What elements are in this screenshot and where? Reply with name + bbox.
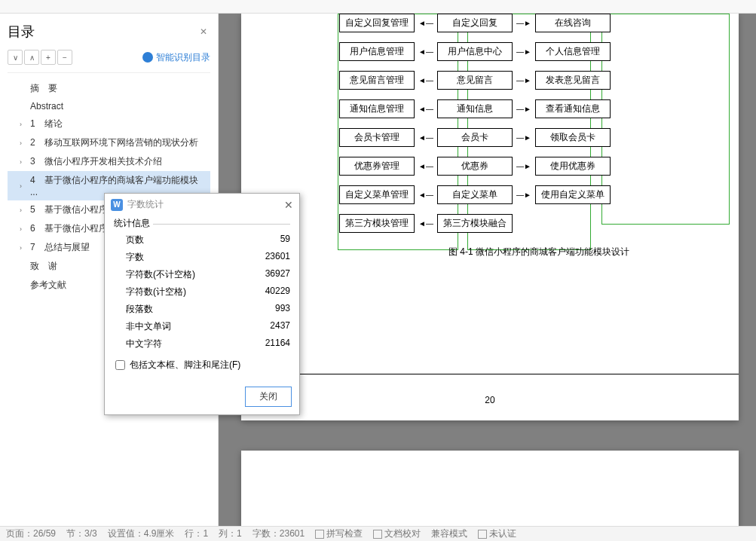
chevron-right-icon: ›: [20, 244, 26, 252]
plus-icon[interactable]: +: [41, 50, 56, 65]
stat-value: 59: [280, 234, 290, 246]
toc-item[interactable]: 摘 要: [8, 79, 210, 98]
checkbox-input[interactable]: [115, 360, 125, 370]
diagram-row: 会员卡管理◄—会员卡—►领取会员卡: [339, 128, 739, 146]
diagram-box-left: 意见留言管理: [339, 71, 415, 90]
status-row[interactable]: 行：1: [185, 527, 208, 540]
diagram-row: 通知信息管理◄—通知信息—►查看通知信息: [339, 99, 739, 118]
diagram-row: 意见留言管理◄—意见留言—►发表意见留言: [339, 71, 739, 89]
dialog-title: 字数统计: [127, 198, 280, 211]
diagram-box-right: 个人信息管理: [535, 42, 611, 61]
status-mode[interactable]: 兼容模式: [431, 527, 467, 540]
arrow-icon: ◄—: [415, 162, 437, 170]
doccheck-icon: [373, 530, 382, 539]
diagram-box-mid: 自定义菜单: [437, 185, 513, 204]
auth-icon: [478, 530, 487, 539]
diagram-box-mid: 优惠券: [437, 157, 513, 176]
stat-row: 字符数(不计空格)36927: [114, 266, 290, 283]
dialog-footer: 关闭: [105, 382, 299, 414]
dialog-body: 统计信息 页数59字数23601字符数(不计空格)36927字符数(计空格)40…: [105, 215, 299, 382]
status-words[interactable]: 字数：23601: [253, 527, 305, 540]
sidebar-header: 目录 ✕: [8, 20, 210, 47]
diagram-box-left: 第三方模块管理: [339, 214, 415, 233]
chevron-right-icon: ›: [20, 206, 26, 214]
toc-item[interactable]: ›2 移动互联网环境下网络营销的现状分析: [8, 133, 210, 152]
expand-icon[interactable]: ∧: [24, 50, 39, 65]
diagram-box-right: 使用优惠券: [535, 157, 611, 176]
dialog-close-icon[interactable]: ✕: [284, 199, 293, 211]
arrow-icon: ◄—: [415, 133, 437, 142]
arrow-icon: ◄—: [415, 105, 437, 113]
page-number: 20: [485, 395, 494, 405]
arrow-icon: ◄—: [415, 76, 437, 84]
toc-item[interactable]: ›3 微信小程序开发相关技术介绍: [8, 152, 210, 171]
close-button[interactable]: 关闭: [245, 387, 292, 407]
stat-value: 2437: [270, 320, 290, 333]
checkbox-label: 包括文本框、脚注和尾注(F): [130, 359, 240, 371]
toc-item-label: 2 移动互联网环境下网络营销的现状分析: [30, 136, 198, 149]
status-section[interactable]: 节：3/3: [66, 527, 97, 540]
stat-row: 段落数993: [114, 301, 290, 318]
status-page[interactable]: 页面：26/59: [6, 527, 56, 540]
stat-value: 993: [275, 303, 290, 316]
arrow-icon: ◄—: [415, 219, 437, 228]
minus-icon[interactable]: −: [57, 50, 72, 65]
diagram-row: 第三方模块管理◄—第三方模块融合: [339, 214, 739, 232]
stat-row: 字数23601: [114, 249, 290, 266]
diagram-box-right: 查看通知信息: [535, 99, 611, 118]
collapse-icon[interactable]: ∨: [8, 50, 23, 65]
diagram-box-right: 在线咨询: [535, 14, 611, 32]
diagram-box-mid: 用户信息中心: [437, 42, 513, 61]
chevron-right-icon: ›: [20, 225, 26, 233]
diagram-box-left: 会员卡管理: [339, 128, 415, 147]
status-auth[interactable]: 未认证: [478, 527, 516, 540]
chevron-right-icon: ›: [20, 139, 26, 147]
toc-item-label: 3 微信小程序开发相关技术介绍: [30, 155, 162, 168]
toc-item[interactable]: Abstract: [8, 98, 210, 115]
stat-key: 字符数(不计空格): [126, 268, 195, 281]
arrow-icon: ◄—: [415, 19, 437, 27]
status-position[interactable]: 设置值：4.9厘米: [108, 527, 175, 540]
diagram-box-mid: 自定义回复: [437, 14, 513, 32]
status-spell[interactable]: 拼写检查: [315, 527, 363, 540]
diagram: 自定义回复管理◄—自定义回复—►在线咨询用户信息管理◄—用户信息中心—►个人信息…: [339, 14, 739, 258]
diagram-box-left: 通知信息管理: [339, 99, 415, 118]
arrow-icon: —►: [513, 76, 535, 84]
word-count-dialog: W 字数统计 ✕ 统计信息 页数59字数23601字符数(不计空格)36927字…: [104, 193, 300, 415]
stat-row: 中文字符21164: [114, 335, 290, 353]
toc-item-label: 致 谢: [30, 260, 57, 273]
status-doccheck[interactable]: 文档校对: [373, 527, 421, 540]
tool-button-group: ∨ ∧ + −: [8, 50, 72, 65]
diagram-row: 自定义回复管理◄—自定义回复—►在线咨询: [339, 14, 739, 32]
smart-toc-button[interactable]: 智能识别目录: [142, 51, 210, 64]
diagram-box-left: 用户信息管理: [339, 42, 415, 61]
diagram-box-left: 优惠券管理: [339, 157, 415, 176]
toc-item-label: Abstract: [30, 101, 63, 112]
stat-value: 23601: [265, 251, 290, 264]
diagram-row: 优惠券管理◄—优惠券—►使用优惠券: [339, 157, 739, 175]
diagram-box-mid: 会员卡: [437, 128, 513, 147]
smart-icon: [142, 52, 153, 63]
top-ruler: [0, 0, 756, 14]
stats-list: 页数59字数23601字符数(不计空格)36927字符数(计空格)40229段落…: [114, 231, 290, 353]
arrow-icon: —►: [513, 19, 535, 27]
stat-row: 非中文单词2437: [114, 318, 290, 335]
stat-value: 40229: [265, 286, 290, 298]
close-icon[interactable]: ✕: [200, 26, 210, 37]
diagram-box-left: 自定义回复管理: [339, 14, 415, 32]
dialog-header[interactable]: W 字数统计 ✕: [105, 194, 299, 215]
toc-item[interactable]: ›1 绪论: [8, 115, 210, 133]
status-bar: 页面：26/59 节：3/3 设置值：4.9厘米 行：1 列：1 字数：2360…: [0, 526, 756, 541]
smart-toc-label: 智能识别目录: [156, 51, 210, 64]
arrow-icon: —►: [513, 105, 535, 113]
spell-icon: [315, 530, 324, 539]
include-footnotes-checkbox[interactable]: 包括文本框、脚注和尾注(F): [114, 353, 290, 374]
stat-key: 中文字符: [126, 338, 162, 350]
diagram-box-right: 发表意见留言: [535, 71, 611, 90]
arrow-icon: ◄—: [415, 191, 437, 199]
arrow-icon: —►: [513, 133, 535, 142]
stat-key: 非中文单词: [126, 320, 171, 333]
chevron-right-icon: ›: [20, 182, 26, 190]
app-icon: W: [111, 199, 123, 211]
status-col[interactable]: 列：1: [219, 527, 242, 540]
